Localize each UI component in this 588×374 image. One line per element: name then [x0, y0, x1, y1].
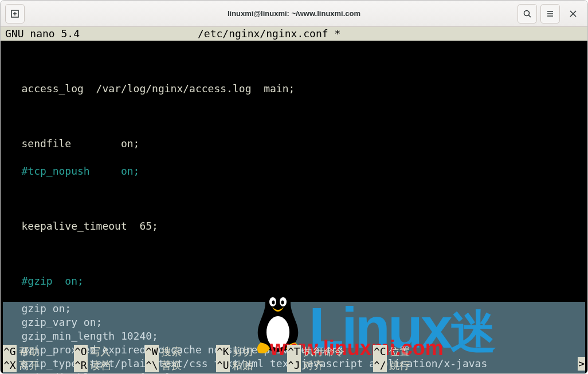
nano-shortcuts: ^G帮助 ^O写入 ^W搜索 ^K剪切 ^T执行命令 ^C位置 ^X离开 ^R读…	[1, 345, 587, 373]
svg-line-4	[529, 15, 531, 17]
code-line: keepalive_timeout 65;	[22, 220, 158, 232]
code-line: access_log /var/log/nginx/access.log mai…	[22, 82, 295, 95]
search-icon	[523, 9, 532, 18]
highlighted-line: gzip on;	[22, 302, 72, 314]
close-button[interactable]	[563, 4, 583, 23]
hamburger-icon	[546, 9, 555, 18]
window-title: linuxmi@linuxmi: ~/www.linuxmi.com	[1, 9, 587, 18]
shortcut-replace: ^\替换	[145, 359, 216, 372]
nano-header: GNU nano 5.4 /etc/nginx/nginx.conf *	[1, 27, 587, 41]
highlighted-line: gzip_min_length 10240;	[22, 330, 158, 342]
shortcut-readfile: ^R读档	[74, 359, 145, 372]
terminal[interactable]: GNU nano 5.4 /etc/nginx/nginx.conf * acc…	[1, 27, 587, 373]
editor-content[interactable]: access_log /var/log/nginx/access.log mai…	[1, 41, 587, 373]
new-tab-button[interactable]	[5, 4, 25, 23]
shortcut-writeout: ^O写入	[74, 345, 145, 359]
application-window: linuxmi@linuxmi: ~/www.linuxmi.com GNU n…	[0, 0, 588, 374]
shortcut-position: ^C位置	[373, 345, 444, 359]
nano-version: GNU nano 5.4	[3, 27, 198, 41]
shortcut-exit: ^X离开	[3, 359, 74, 372]
hamburger-menu-button[interactable]	[540, 4, 560, 23]
shortcut-cut: ^K剪切	[216, 345, 287, 359]
titlebar: linuxmi@linuxmi: ~/www.linuxmi.com	[1, 1, 587, 27]
shortcut-gotoline: ^/跳行	[373, 359, 444, 372]
code-line: sendfile on;	[22, 137, 140, 149]
highlighted-line: gzip_vary on;	[22, 316, 103, 328]
new-tab-icon	[10, 9, 19, 18]
nano-modified-indicator: *	[334, 27, 340, 40]
shortcut-justify: ^J对齐	[287, 359, 373, 372]
close-icon	[569, 10, 577, 18]
shortcut-paste: ^U粘贴	[216, 359, 287, 372]
search-button[interactable]	[518, 4, 537, 23]
shortcut-execute: ^T执行命令	[287, 345, 373, 359]
svg-point-3	[524, 10, 530, 15]
code-comment: #gzip on;	[22, 275, 84, 287]
nano-filepath: /etc/nginx/nginx.conf	[198, 27, 328, 40]
code-comment: #tcp_nopush on;	[22, 165, 140, 177]
shortcut-search: ^W搜索	[145, 345, 216, 359]
shortcut-help: ^G帮助	[3, 345, 74, 359]
